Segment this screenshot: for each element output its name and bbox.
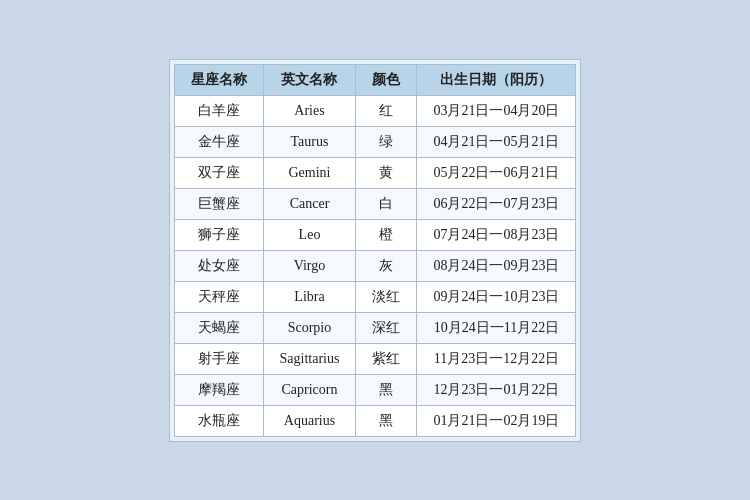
cell-r1-c1: Taurus <box>263 126 356 157</box>
cell-r10-c3: 01月21日一02月19日 <box>417 405 576 436</box>
table-row: 双子座Gemini黄05月22日一06月21日 <box>174 157 576 188</box>
cell-r7-c2: 深红 <box>356 312 417 343</box>
table-row: 狮子座Leo橙07月24日一08月23日 <box>174 219 576 250</box>
zodiac-table: 星座名称英文名称颜色出生日期（阳历） 白羊座Aries红03月21日一04月20… <box>174 64 577 437</box>
cell-r2-c3: 05月22日一06月21日 <box>417 157 576 188</box>
cell-r0-c0: 白羊座 <box>174 95 263 126</box>
cell-r5-c2: 灰 <box>356 250 417 281</box>
header-col-2: 颜色 <box>356 64 417 95</box>
cell-r3-c1: Cancer <box>263 188 356 219</box>
table-row: 巨蟹座Cancer白06月22日一07月23日 <box>174 188 576 219</box>
cell-r7-c0: 天蝎座 <box>174 312 263 343</box>
header-col-3: 出生日期（阳历） <box>417 64 576 95</box>
cell-r5-c3: 08月24日一09月23日 <box>417 250 576 281</box>
cell-r10-c2: 黑 <box>356 405 417 436</box>
cell-r8-c3: 11月23日一12月22日 <box>417 343 576 374</box>
table-body: 白羊座Aries红03月21日一04月20日金牛座Taurus绿04月21日一0… <box>174 95 576 436</box>
cell-r2-c2: 黄 <box>356 157 417 188</box>
cell-r2-c1: Gemini <box>263 157 356 188</box>
cell-r0-c3: 03月21日一04月20日 <box>417 95 576 126</box>
cell-r9-c2: 黑 <box>356 374 417 405</box>
header-col-1: 英文名称 <box>263 64 356 95</box>
cell-r10-c0: 水瓶座 <box>174 405 263 436</box>
table-row: 白羊座Aries红03月21日一04月20日 <box>174 95 576 126</box>
cell-r7-c3: 10月24日一11月22日 <box>417 312 576 343</box>
cell-r8-c2: 紫红 <box>356 343 417 374</box>
cell-r1-c3: 04月21日一05月21日 <box>417 126 576 157</box>
table-row: 天秤座Libra淡红09月24日一10月23日 <box>174 281 576 312</box>
cell-r0-c1: Aries <box>263 95 356 126</box>
table-row: 处女座Virgo灰08月24日一09月23日 <box>174 250 576 281</box>
cell-r6-c0: 天秤座 <box>174 281 263 312</box>
cell-r6-c1: Libra <box>263 281 356 312</box>
table-row: 摩羯座Capricorn黑12月23日一01月22日 <box>174 374 576 405</box>
cell-r4-c1: Leo <box>263 219 356 250</box>
cell-r9-c1: Capricorn <box>263 374 356 405</box>
table-row: 金牛座Taurus绿04月21日一05月21日 <box>174 126 576 157</box>
cell-r1-c0: 金牛座 <box>174 126 263 157</box>
cell-r0-c2: 红 <box>356 95 417 126</box>
table-row: 射手座Sagittarius紫红11月23日一12月22日 <box>174 343 576 374</box>
cell-r3-c0: 巨蟹座 <box>174 188 263 219</box>
cell-r8-c1: Sagittarius <box>263 343 356 374</box>
table-header-row: 星座名称英文名称颜色出生日期（阳历） <box>174 64 576 95</box>
cell-r4-c2: 橙 <box>356 219 417 250</box>
cell-r5-c1: Virgo <box>263 250 356 281</box>
cell-r3-c2: 白 <box>356 188 417 219</box>
cell-r7-c1: Scorpio <box>263 312 356 343</box>
cell-r1-c2: 绿 <box>356 126 417 157</box>
cell-r9-c3: 12月23日一01月22日 <box>417 374 576 405</box>
cell-r6-c3: 09月24日一10月23日 <box>417 281 576 312</box>
table-row: 天蝎座Scorpio深红10月24日一11月22日 <box>174 312 576 343</box>
cell-r10-c1: Aquarius <box>263 405 356 436</box>
cell-r6-c2: 淡红 <box>356 281 417 312</box>
cell-r4-c0: 狮子座 <box>174 219 263 250</box>
cell-r2-c0: 双子座 <box>174 157 263 188</box>
zodiac-table-wrapper: 星座名称英文名称颜色出生日期（阳历） 白羊座Aries红03月21日一04月20… <box>169 59 582 442</box>
cell-r3-c3: 06月22日一07月23日 <box>417 188 576 219</box>
header-col-0: 星座名称 <box>174 64 263 95</box>
cell-r9-c0: 摩羯座 <box>174 374 263 405</box>
cell-r5-c0: 处女座 <box>174 250 263 281</box>
cell-r8-c0: 射手座 <box>174 343 263 374</box>
table-row: 水瓶座Aquarius黑01月21日一02月19日 <box>174 405 576 436</box>
cell-r4-c3: 07月24日一08月23日 <box>417 219 576 250</box>
